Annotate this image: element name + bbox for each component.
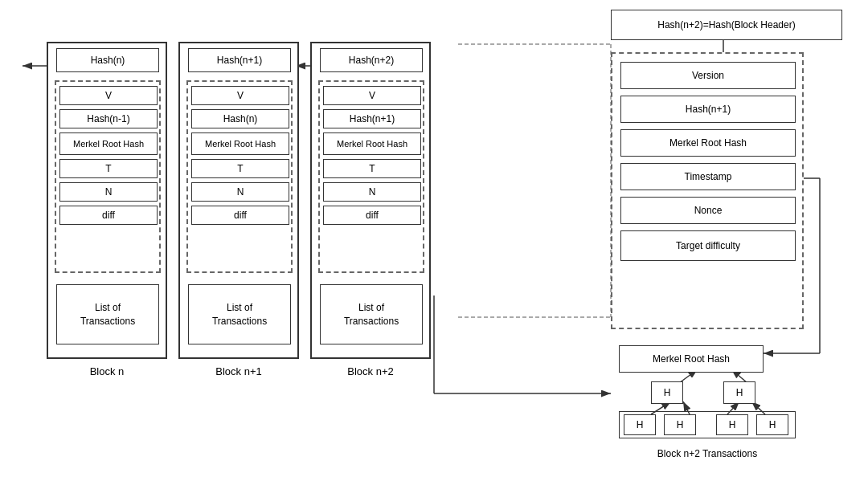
block-n1-n: N bbox=[191, 182, 289, 202]
merkel-h2-3: H bbox=[716, 414, 748, 435]
block-n1-inner: V Hash(n) Merkel Root Hash T N diff bbox=[186, 80, 293, 273]
bh-hash: Hash(n+1) bbox=[620, 96, 796, 123]
merkel-h2-2: H bbox=[664, 414, 696, 435]
merkel-transactions-label: Block n+2 Transactions bbox=[619, 448, 796, 459]
block-n2-v: V bbox=[323, 86, 421, 105]
block-n1-transactions: List ofTransactions bbox=[188, 284, 291, 344]
block-n-hash: Hash(n) bbox=[56, 48, 159, 72]
block-n-label: Block n bbox=[47, 365, 167, 377]
merkel-h2-1: H bbox=[624, 414, 656, 435]
block-n-n: N bbox=[59, 182, 158, 202]
block-header-detail: Version Hash(n+1) Merkel Root Hash Times… bbox=[611, 52, 804, 329]
block-n-merkel: Merkel Root Hash bbox=[59, 132, 158, 155]
block-n: Hash(n) V Hash(n-1) Merkel Root Hash T N… bbox=[47, 42, 167, 359]
bh-timestamp: Timestamp bbox=[620, 163, 796, 190]
bh-target: Target difficulty bbox=[620, 230, 796, 261]
merkel-h1-right: H bbox=[723, 381, 755, 404]
block-n1-merkel: Merkel Root Hash bbox=[191, 132, 289, 155]
block-n2-label: Block n+2 bbox=[310, 365, 431, 377]
bh-merkel: Merkel Root Hash bbox=[620, 129, 796, 157]
block-n2-hash: Hash(n+2) bbox=[320, 48, 423, 72]
block-n-diff: diff bbox=[59, 206, 158, 225]
block-n2-prevhash: Hash(n+1) bbox=[323, 109, 421, 128]
block-n2-merkel: Merkel Root Hash bbox=[323, 132, 421, 155]
block-n1: Hash(n+1) V Hash(n) Merkel Root Hash T N… bbox=[178, 42, 299, 359]
block-n2-transactions: List ofTransactions bbox=[320, 284, 423, 344]
block-n1-hash: Hash(n+1) bbox=[188, 48, 291, 72]
hash-equation-box: Hash(n+2)=Hash(Block Header) bbox=[611, 10, 842, 40]
block-n1-v: V bbox=[191, 86, 289, 105]
block-n2-n: N bbox=[323, 182, 421, 202]
merkel-level2-container: H H H H bbox=[619, 411, 796, 438]
block-n2-inner: V Hash(n+1) Merkel Root Hash T N diff bbox=[318, 80, 424, 273]
bh-version: Version bbox=[620, 62, 796, 89]
block-n-t: T bbox=[59, 159, 158, 178]
block-n1-diff: diff bbox=[191, 206, 289, 225]
block-n1-label: Block n+1 bbox=[178, 365, 299, 377]
block-n-transactions: List ofTransactions bbox=[56, 284, 159, 344]
block-n-prevhash: Hash(n-1) bbox=[59, 109, 158, 128]
block-n2-t: T bbox=[323, 159, 421, 178]
block-n1-prevhash: Hash(n) bbox=[191, 109, 289, 128]
block-n2: Hash(n+2) V Hash(n+1) Merkel Root Hash T… bbox=[310, 42, 431, 359]
merkel-h1-left: H bbox=[651, 381, 683, 404]
block-n1-t: T bbox=[191, 159, 289, 178]
bh-nonce: Nonce bbox=[620, 197, 796, 224]
block-n-inner: V Hash(n-1) Merkel Root Hash T N diff bbox=[55, 80, 161, 273]
merkel-root-box: Merkel Root Hash bbox=[619, 345, 764, 373]
merkel-h2-4: H bbox=[756, 414, 788, 435]
block-n2-diff: diff bbox=[323, 206, 421, 225]
block-n-v: V bbox=[59, 86, 158, 105]
